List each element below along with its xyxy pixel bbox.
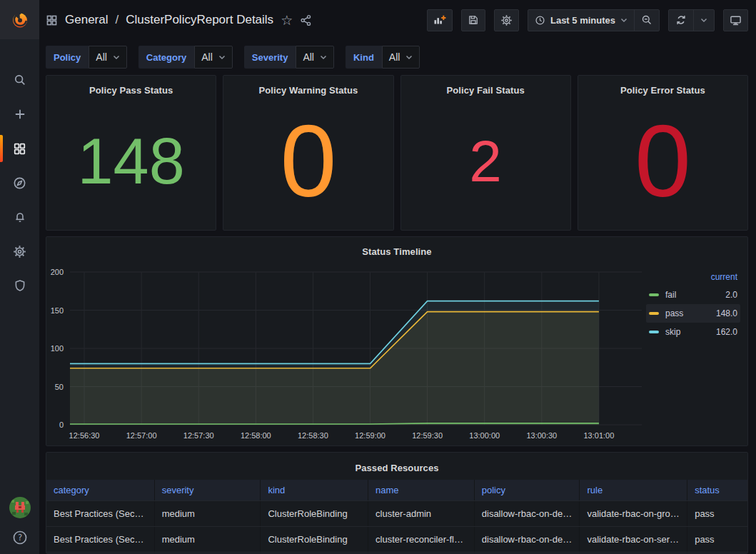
alerting-bell-icon [14, 211, 26, 223]
svg-text:12:59:00: 12:59:00 [355, 431, 385, 440]
sidebar-item-create[interactable] [0, 97, 39, 131]
status-timeline-chart[interactable]: 05010015020012:56:3012:57:0012:57:3012:5… [46, 237, 747, 445]
cell-kind: ClusterRoleBinding [261, 527, 368, 552]
help-icon[interactable]: ? [12, 530, 28, 545]
chart-legend: currentfail2.0pass148.0skip162.0 [646, 268, 740, 341]
stat-panels-row: Policy Pass Status148Policy Warning Stat… [46, 75, 748, 231]
table-body: Best Practices (Sec…mediumClusterRoleBin… [46, 500, 747, 553]
refresh-button[interactable] [669, 10, 693, 31]
svg-text:12:57:30: 12:57:30 [183, 431, 214, 440]
legend-row-skip: skip162.0 [646, 323, 740, 341]
svg-text:12:56:30: 12:56:30 [69, 431, 100, 440]
legend-calc-header[interactable]: current [646, 268, 740, 286]
filter-label-category: Category [138, 46, 194, 69]
search-icon [14, 74, 26, 86]
svg-text:12:57:00: 12:57:00 [126, 431, 157, 440]
legend-swatch-fail[interactable] [649, 293, 659, 296]
breadcrumb-separator: / [115, 13, 119, 27]
page-title: ClusterPolicyReport Details [126, 13, 273, 27]
column-header-policy[interactable]: policy [475, 480, 580, 500]
column-header-kind[interactable]: kind [261, 480, 368, 500]
cell-policy: disallow-rbac-on-de… [475, 527, 580, 552]
cell-severity: medium [155, 527, 261, 552]
zoom-out-button[interactable] [635, 10, 659, 31]
svg-text:13:00:00: 13:00:00 [469, 431, 500, 440]
configuration-gear-icon [13, 245, 26, 258]
dashboard-settings-icon [500, 14, 513, 26]
filter-value-category[interactable]: All [194, 46, 233, 69]
grafana-logo-icon[interactable] [0, 0, 39, 39]
cell-status: pass [687, 501, 747, 526]
legend-current-value: 162.0 [716, 327, 737, 337]
sidebar-item-configuration[interactable] [0, 234, 39, 268]
column-header-status[interactable]: status [687, 480, 747, 500]
refresh-interval-picker[interactable] [694, 10, 714, 31]
monitor-icon [730, 14, 742, 26]
dashboard-header: General / ClusterPolicyReport Details ☆ [46, 0, 748, 40]
refresh-icon [675, 14, 687, 26]
filter-value-severity[interactable]: All [296, 46, 334, 69]
grafana-app: ? General / ClusterPolicyReport Details … [0, 0, 756, 554]
filter-value-kind[interactable]: All [382, 46, 420, 69]
sidebar: ? [0, 0, 39, 554]
filter-selected-value: All [96, 51, 107, 63]
add-panel-button[interactable] [427, 9, 453, 31]
legend-series-name[interactable]: pass [665, 308, 716, 318]
server-admin-shield-icon [14, 279, 26, 292]
svg-text:100: 100 [51, 344, 64, 353]
breadcrumb: General / ClusterPolicyReport Details ☆ [46, 13, 427, 27]
stat-panel-policy-warning-status: Policy Warning Status0 [223, 75, 393, 231]
stat-value-policy-warning-status: 0 [223, 93, 393, 230]
template-variable-filters: PolicyAllCategoryAllSeverityAllKindAll [46, 46, 748, 69]
zoom-out-icon [641, 14, 652, 26]
svg-text:12:58:30: 12:58:30 [298, 431, 328, 440]
table-row: Best Practices (Sec…mediumClusterRoleBin… [46, 526, 747, 552]
time-range-picker[interactable]: Last 5 minutes [528, 10, 634, 31]
svg-text:13:00:30: 13:00:30 [526, 431, 557, 440]
cell-policy: disallow-rbac-on-de… [475, 501, 580, 526]
sidebar-item-explore[interactable] [0, 166, 39, 200]
dashboard-settings-button[interactable] [494, 9, 519, 31]
sidebar-item-alerting[interactable] [0, 200, 39, 234]
dashboard-toolbar: Last 5 minutes [427, 9, 748, 31]
legend-series-name[interactable]: skip [665, 327, 716, 337]
clock-icon [535, 15, 545, 26]
filter-label-kind: Kind [346, 46, 382, 69]
cell-empty [155, 553, 261, 553]
legend-series-name[interactable]: fail [665, 290, 725, 300]
refresh-controls [668, 9, 715, 31]
sidebar-item-server-admin[interactable] [0, 268, 39, 303]
cell-rule: validate-rbac-on-ser… [580, 527, 687, 552]
svg-text:50: 50 [55, 383, 64, 391]
filter-category: CategoryAll [138, 46, 233, 69]
passed-resources-table: categoryseveritykindnamepolicyrulestatus… [46, 480, 747, 553]
breadcrumb-folder[interactable]: General [65, 13, 108, 27]
column-header-name[interactable]: name [368, 480, 475, 500]
star-icon[interactable]: ☆ [281, 14, 293, 27]
cycle-view-mode-button[interactable] [723, 9, 748, 31]
cell-empty [475, 553, 580, 553]
legend-current-value: 148.0 [716, 308, 737, 318]
legend-swatch-skip[interactable] [649, 331, 659, 333]
sidebar-item-search[interactable] [0, 63, 39, 97]
cell-empty [687, 553, 747, 553]
filter-value-policy[interactable]: All [89, 46, 127, 69]
cell-name: cluster-reconciler-fl… [368, 527, 475, 552]
user-avatar[interactable] [9, 497, 31, 518]
cell-empty [580, 553, 687, 553]
save-dashboard-button[interactable] [461, 9, 485, 31]
cell-empty [261, 553, 368, 553]
table-header-row: categoryseveritykindnamepolicyrulestatus [46, 480, 747, 500]
legend-swatch-pass[interactable] [649, 312, 659, 315]
column-header-category[interactable]: category [46, 480, 155, 500]
sidebar-item-dashboards[interactable] [0, 131, 39, 166]
column-header-rule[interactable]: rule [580, 480, 687, 500]
share-icon[interactable] [300, 14, 312, 26]
svg-text:0: 0 [59, 420, 64, 429]
stat-panel-policy-fail-status: Policy Fail Status2 [400, 75, 571, 231]
explore-compass-icon [13, 176, 26, 190]
dashboards-icon [13, 142, 26, 156]
cell-name: cluster-admin [368, 501, 475, 526]
column-header-severity[interactable]: severity [155, 480, 261, 500]
panel-title[interactable]: Passed Resources [46, 457, 747, 478]
